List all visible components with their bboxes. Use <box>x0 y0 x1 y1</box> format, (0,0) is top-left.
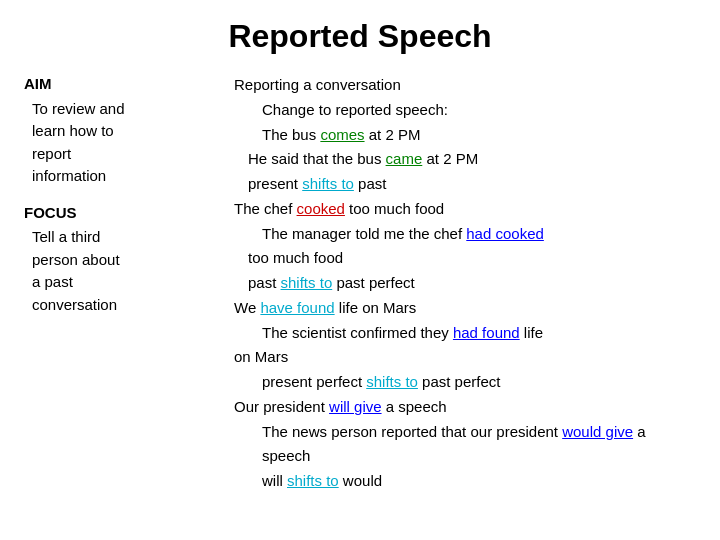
line-10: The scientist confirmed they had found l… <box>262 321 696 346</box>
line-7: The manager told me the chef had cooked <box>262 222 696 247</box>
focus-body: Tell a thirdperson abouta pastconversati… <box>32 226 214 316</box>
left-column: AIM To review andlearn how toreportinfor… <box>24 73 214 522</box>
aim-body: To review andlearn how toreportinformati… <box>32 98 214 188</box>
line-1: Reporting a conversation <box>234 73 696 98</box>
line-6: The chef cooked too much food <box>234 197 696 222</box>
right-column: Reporting a conversation Change to repor… <box>234 73 696 522</box>
line-14: The news person reported that our presid… <box>262 420 696 470</box>
line-8b: past shifts to past perfect <box>248 271 696 296</box>
page-title: Reported Speech <box>24 18 696 55</box>
focus-label: FOCUS <box>24 202 214 225</box>
line-12: present perfect shifts to past perfect <box>262 370 696 395</box>
line-11: on Mars <box>234 345 696 370</box>
line-8: too much food <box>248 246 696 271</box>
line-13: Our president will give a speech <box>234 395 696 420</box>
line-5: present shifts to past <box>248 172 696 197</box>
line-3: The bus comes at 2 PM <box>262 123 696 148</box>
aim-label: AIM <box>24 73 214 96</box>
line-4: He said that the bus came at 2 PM <box>248 147 696 172</box>
line-15: will shifts to would <box>262 469 696 494</box>
line-9: We have found life on Mars <box>234 296 696 321</box>
line-2: Change to reported speech: <box>262 98 696 123</box>
